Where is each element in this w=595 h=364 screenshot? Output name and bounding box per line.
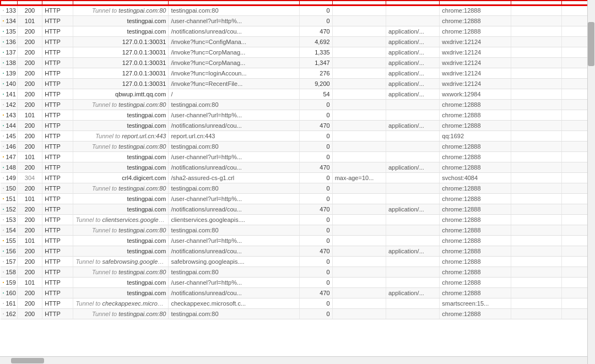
table-row[interactable]: 149304HTTPcrl4.digicert.com/sha2-assured… xyxy=(1,173,594,183)
result-cell: 101 xyxy=(17,278,42,288)
body-cell: 276 xyxy=(300,68,332,79)
body-cell: 0 xyxy=(300,236,332,246)
col-process[interactable] xyxy=(440,1,511,5)
protocol-cell: HTTP xyxy=(42,68,73,79)
table-row[interactable]: 150200HTTPTunnel to testingpai.com:80tes… xyxy=(1,183,594,194)
table-row[interactable]: JS147101HTTPtestingpai.com/user-channel?… xyxy=(1,152,594,162)
scrollbar-thumb[interactable] xyxy=(588,22,594,66)
process-cell: chrome:12888 xyxy=(440,204,511,215)
process-cell: wxdrive:12124 xyxy=(440,47,511,58)
col-content-type[interactable] xyxy=(386,1,439,5)
col-hash[interactable] xyxy=(1,1,17,5)
caching-cell xyxy=(332,58,386,68)
protocol-cell: HTTP xyxy=(42,267,73,278)
table-row[interactable]: 139200HTTP127.0.0.1:30031/invoke?func=lo… xyxy=(1,68,594,79)
table-row[interactable]: 137200HTTP127.0.0.1:30031/invoke?func=Co… xyxy=(1,47,594,58)
protocol-cell: HTTP xyxy=(42,215,73,225)
table-row[interactable]: 156200HTTPtestingpai.com/notifications/u… xyxy=(1,246,594,257)
row-number-cell: 140 xyxy=(1,79,17,89)
content-type-cell xyxy=(386,173,439,183)
table-row[interactable]: 144200HTTPtestingpai.com/notifications/u… xyxy=(1,121,594,131)
content-type-cell xyxy=(386,5,439,16)
table-row[interactable]: 162200HTTPTunnel to testingpai.com:80tes… xyxy=(1,309,594,319)
comments-cell xyxy=(511,58,562,68)
row-number-cell: 144 xyxy=(1,121,17,131)
table-row[interactable]: 160200HTTPtestingpai.com/notifications/u… xyxy=(1,288,594,298)
host-cell: testingpai.com xyxy=(73,110,169,121)
table-row[interactable]: JS143101HTTPtestingpai.com/user-channel?… xyxy=(1,110,594,121)
table-row[interactable]: JS159101HTTPtestingpai.com/user-channel?… xyxy=(1,278,594,288)
result-cell: 200 xyxy=(17,162,42,173)
caching-cell xyxy=(332,236,386,246)
comments-cell xyxy=(511,257,562,267)
table-row[interactable]: 142200HTTPTunnel to testingpai.com:80tes… xyxy=(1,100,594,110)
row-number-cell: 158 xyxy=(1,267,17,278)
host-cell: qbwup.imtt.qq.com xyxy=(73,89,169,100)
content-type-cell xyxy=(386,278,439,288)
url-cell: /invoke?func=ConfigMana... xyxy=(169,37,300,47)
table-row[interactable]: 133200HTTPTunnel to testingpai.com:80tes… xyxy=(1,5,594,16)
host-cell: Tunnel to testingpai.com:80 xyxy=(73,100,169,110)
url-cell: testingpai.com:80 xyxy=(169,142,300,152)
protocol-cell: HTTP xyxy=(42,183,73,194)
table-row[interactable]: 136200HTTP127.0.0.1:30031/invoke?func=Co… xyxy=(1,37,594,47)
table-row[interactable]: 135200HTTPtestingpai.com/notifications/u… xyxy=(1,26,594,37)
result-cell: 200 xyxy=(17,288,42,298)
url-cell: /sha2-assured-cs-g1.crl xyxy=(169,173,300,183)
content-type-cell: application/... xyxy=(386,47,439,58)
table-row[interactable]: 141200HTTPqbwup.imtt.qq.com/54applicatio… xyxy=(1,89,594,100)
col-body[interactable] xyxy=(300,1,332,5)
table-row[interactable]: JS155101HTTPtestingpai.com/user-channel?… xyxy=(1,236,594,246)
comments-cell xyxy=(511,236,562,246)
col-url[interactable] xyxy=(169,1,300,5)
result-cell: 101 xyxy=(17,16,42,26)
col-host[interactable] xyxy=(73,1,169,5)
host-cell: Tunnel to testingpai.com:80 xyxy=(73,5,169,16)
content-type-cell: application/... xyxy=(386,68,439,79)
table-row[interactable]: 153200HTTPTunnel to clientservices.googl… xyxy=(1,215,594,225)
row-number-cell: 160 xyxy=(1,288,17,298)
result-cell: 200 xyxy=(17,309,42,319)
table-row[interactable]: 148200HTTPtestingpai.com/notifications/u… xyxy=(1,162,594,173)
process-cell: chrome:12888 xyxy=(440,26,511,37)
body-cell: 1,335 xyxy=(300,47,332,58)
col-comments[interactable] xyxy=(511,1,562,5)
row-number-cell: JS134 xyxy=(1,16,17,26)
table-row[interactable]: 152200HTTPtestingpai.com/notifications/u… xyxy=(1,204,594,215)
table-row[interactable]: 145200HTTPTunnel to report.url.cn:443rep… xyxy=(1,131,594,142)
body-cell: 0 xyxy=(300,173,332,183)
col-result[interactable] xyxy=(17,1,42,5)
svg-point-69 xyxy=(3,303,4,304)
comments-cell xyxy=(511,246,562,257)
horizontal-scrollbar[interactable] xyxy=(0,356,587,364)
process-cell: wxdrive:12124 xyxy=(440,79,511,89)
table-row[interactable]: 158200HTTPTunnel to testingpai.com:80tes… xyxy=(1,267,594,278)
url-cell: checkappexec.microsoft.c... xyxy=(169,298,300,309)
url-cell: report.url.cn:443 xyxy=(169,131,300,142)
body-cell: 0 xyxy=(300,100,332,110)
table-row[interactable]: 161200HTTPTunnel to checkappexec.microso… xyxy=(1,298,594,309)
caching-cell xyxy=(332,278,386,288)
table-row[interactable]: 146200HTTPTunnel to testingpai.com:80tes… xyxy=(1,142,594,152)
url-cell: /user-channel?url=http%... xyxy=(169,194,300,204)
network-traffic-table: 133200HTTPTunnel to testingpai.com:80tes… xyxy=(0,0,595,364)
col-protocol[interactable] xyxy=(42,1,73,5)
url-cell: /invoke?func=CorpManag... xyxy=(169,58,300,68)
process-cell: svchost:4084 xyxy=(440,173,511,183)
table-row[interactable]: JS151101HTTPtestingpai.com/user-channel?… xyxy=(1,194,594,204)
vertical-scrollbar[interactable] xyxy=(587,0,595,364)
protocol-cell: HTTP xyxy=(42,162,73,173)
protocol-cell: HTTP xyxy=(42,79,73,89)
result-cell: 200 xyxy=(17,5,42,16)
table-row[interactable]: 138200HTTP127.0.0.1:30031/invoke?func=Co… xyxy=(1,58,594,68)
table-row[interactable]: 140200HTTP127.0.0.1:30031/invoke?func=Re… xyxy=(1,79,594,89)
result-cell: 101 xyxy=(17,110,42,121)
col-caching[interactable] xyxy=(332,1,386,5)
table-row[interactable]: 157200HTTPTunnel to safebrowsing.googlea… xyxy=(1,257,594,267)
svg-point-66 xyxy=(3,292,3,293)
table-row[interactable]: JS134101HTTPtestingpai.com/user-channel?… xyxy=(1,16,594,26)
comments-cell xyxy=(511,309,562,319)
table-row[interactable]: 154200HTTPTunnel to testingpai.com:80tes… xyxy=(1,225,594,236)
h-scrollbar-thumb[interactable] xyxy=(11,358,44,363)
svg-point-30 xyxy=(3,125,3,126)
